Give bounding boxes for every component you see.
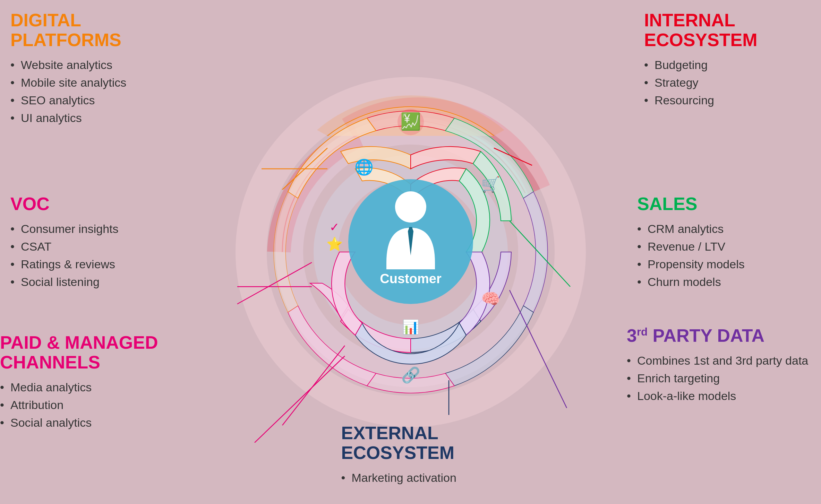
svg-text:💹: 💹 (400, 112, 421, 131)
sales-list: CRM analytics Revenue / LTV Propensity m… (637, 220, 811, 291)
list-item: Marketing activation (341, 469, 515, 487)
svg-text:🌐: 🌐 (354, 158, 373, 176)
list-item: Ratings & reviews (10, 255, 156, 273)
sales-section: SALES CRM analytics Revenue / LTV Propen… (637, 194, 811, 301)
svg-point-4 (395, 191, 426, 223)
list-item: Social analytics (0, 414, 166, 432)
list-item: Strategy (644, 74, 811, 92)
third-party-list: Combines 1st and 3rd party data Enrich t… (627, 352, 821, 405)
svg-text:Customer: Customer (380, 271, 442, 286)
svg-text:🧠: 🧠 (481, 290, 500, 308)
list-item: Revenue / LTV (637, 238, 811, 255)
voc-title: VOC (10, 194, 156, 214)
digital-platforms-section: DIGITALPLATFORMS Website analytics Mobil… (10, 10, 156, 137)
list-item: Consumer insights (10, 220, 156, 238)
list-item: CSAT (10, 238, 156, 255)
list-item: SEO analytics (10, 92, 156, 109)
list-item: Churn models (637, 273, 811, 291)
svg-text:⭐: ⭐ (326, 236, 343, 252)
list-item: Look-a-like models (627, 387, 821, 405)
external-ecosystem-title: EXTERNALECOSYSTEM (341, 423, 515, 463)
internal-ecosystem-section: INTERNALECOSYSTEM Budgeting Strategy Res… (644, 10, 811, 120)
list-item: CRM analytics (637, 220, 811, 238)
digital-platforms-list: Website analytics Mobile site analytics … (10, 56, 156, 127)
list-item: Attribution (0, 396, 166, 414)
list-item: Budgeting (644, 56, 811, 74)
voc-list: Consumer insights CSAT Ratings & reviews… (10, 220, 156, 291)
list-item: Mobile site analytics (10, 74, 156, 92)
list-item: Resourcing (644, 92, 811, 109)
voc-section: VOC Consumer insights CSAT Ratings & rev… (10, 194, 156, 301)
svg-text:📊: 📊 (402, 319, 419, 335)
diagram-container: Customer 💹 🌐 🛒 ⭐ ✓ 🧠 📊 🔗 (220, 61, 601, 443)
list-item: Media analytics (0, 379, 166, 396)
list-item: UI analytics (10, 109, 156, 127)
paid-channels-list: Media analytics Attribution Social analy… (0, 379, 166, 432)
svg-text:🛒: 🛒 (481, 175, 500, 193)
external-ecosystem-list: Marketing activation (341, 469, 515, 487)
list-item: Enrich targeting (627, 370, 821, 387)
internal-ecosystem-list: Budgeting Strategy Resourcing (644, 56, 811, 109)
svg-text:✓: ✓ (330, 220, 339, 234)
digital-platforms-title: DIGITALPLATFORMS (10, 10, 156, 50)
paid-channels-title: PAID & MANAGEDCHANNELS (0, 333, 166, 372)
internal-ecosystem-title: INTERNALECOSYSTEM (644, 10, 811, 50)
third-party-section: 3rd PARTY DATA Combines 1st and 3rd part… (627, 326, 821, 415)
list-item: Combines 1st and 3rd party data (627, 352, 821, 370)
diagram-svg: Customer 💹 🌐 🛒 ⭐ ✓ 🧠 📊 🔗 (220, 61, 601, 443)
svg-text:🔗: 🔗 (401, 366, 420, 384)
list-item: Social listening (10, 273, 156, 291)
sales-title: SALES (637, 194, 811, 214)
third-party-title: 3rd PARTY DATA (627, 326, 821, 346)
list-item: Website analytics (10, 56, 156, 74)
list-item: Propensity models (637, 255, 811, 273)
paid-channels-section: PAID & MANAGEDCHANNELS Media analytics A… (0, 333, 166, 442)
external-ecosystem-section: EXTERNALECOSYSTEM Marketing activation (341, 423, 515, 497)
